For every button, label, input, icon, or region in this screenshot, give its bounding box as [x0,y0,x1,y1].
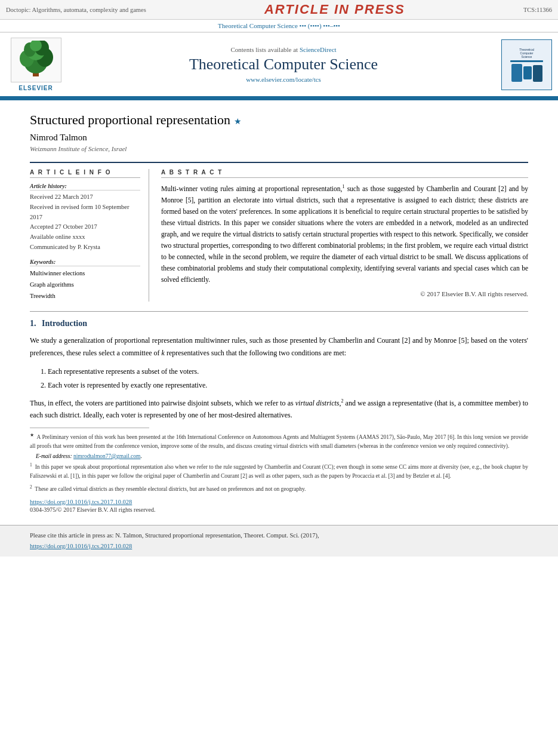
keywords-label: Keywords: [30,259,140,266]
contents-line: Contents lists available at ScienceDirec… [72,46,495,53]
elsevier-label: ELSEVIER [19,85,53,91]
footnote-1: 1 In this paper we speak about proportio… [30,462,528,481]
keyword-1: Multiwinner elections [30,268,140,279]
condition-2: Each voter is represented by exactly one… [48,379,528,392]
accepted-date: Accepted 27 October 2017 [30,222,140,232]
footnote-star: ★ A Preliminary version of this work has… [30,432,528,451]
journal-url[interactable]: www.elsevier.com/locate/tcs [72,76,495,83]
doi-anchor[interactable]: https://doi.org/10.1016/j.tcs.2017.10.02… [30,499,132,505]
doctopic-label: Doctopic: Algorithms, automata, complexi… [6,7,146,13]
footnote-2: 2 These are called virtual districts as … [30,484,528,494]
doi-link[interactable]: https://doi.org/10.1016/j.tcs.2017.10.02… [30,499,528,505]
abstract-body: Multi-winner voting rules aiming at prop… [161,183,528,285]
article-title-text: Structured proportional representation [30,112,230,128]
received-revised: Received in revised form 10 September 20… [30,202,140,223]
received-date: Received 22 March 2017 [30,192,140,202]
condition-1: Each representative represents a subset … [48,365,528,379]
journal-link-bar: Theoretical Computer Science ••• (••••) … [0,20,558,32]
elsevier-logo-area: ELSEVIER [6,38,66,91]
conditions-list: Each representative represents a subset … [48,365,528,392]
journal-volume-ref: Theoretical Computer Science ••• (••••) … [218,22,340,29]
communicated-by: Communicated by P. Krysta [30,242,140,253]
citation-doi-link[interactable]: https://doi.org/10.1016/j.tcs.2017.10.02… [30,543,132,549]
main-content: Structured proportional representation ★… [0,100,558,519]
footnote-email: E-mail address: nimrodtalmon77@gmail.com… [36,453,528,459]
title-star: ★ [234,116,242,127]
article-title: Structured proportional representation ★ [30,112,528,128]
keyword-2: Graph algorithms [30,279,140,291]
tcs-id: TCS:11366 [523,7,552,13]
bottom-citation-bar: Please cite this article in press as: N.… [0,525,558,557]
section-number: 1. [30,319,36,328]
author-affiliation: Weizmann Institute of Science, Israel [30,145,528,152]
tcs-thumb-title: TheoreticalComputerScience [518,48,535,59]
top-bar: Doctopic: Algorithms, automata, complexi… [0,0,558,20]
article-info-column: A R T I C L E I N F O Article history: R… [30,169,149,302]
keywords-list: Multiwinner elections Graph algorithms T… [30,268,140,302]
issn-line: 0304-3975/© 2017 Elsevier B.V. All right… [30,506,528,513]
section-divider [30,311,528,312]
journal-header: ELSEVIER Contents lists available at Sci… [0,32,558,98]
journal-title: Theoretical Computer Science [72,56,495,73]
email-link[interactable]: nimrodtalmon77@gmail.com [73,453,140,459]
citation-line2[interactable]: https://doi.org/10.1016/j.tcs.2017.10.02… [30,541,528,552]
copyright-notice: © 2017 Elsevier B.V. All rights reserved… [161,290,528,297]
footnote-divider [30,428,149,428]
intro-heading: 1. Introduction [30,319,528,328]
intro-title: Introduction [42,319,87,328]
contents-label: Contents lists available at [230,46,298,53]
thumb-content: TheoreticalComputerScience [502,40,551,90]
abstract-label: A B S T R A C T [161,169,528,178]
article-info-label: A R T I C L E I N F O [30,169,140,178]
elsevier-tree-image [11,38,61,82]
citation-line1: Please cite this article in press as: N.… [30,530,528,541]
journal-thumbnail: TheoreticalComputerScience [501,39,552,90]
article-history-label: Article history: [30,183,140,190]
intro-para2: Thus, in effect, the voters are partitio… [30,397,528,422]
author-name: Nimrod Talmon [30,133,528,143]
available-online: Available online xxxx [30,232,140,242]
article-info-abstract-section: A R T I C L E I N F O Article history: R… [30,162,528,302]
keyword-3: Treewidth [30,291,140,302]
article-in-press-banner: ARTICLE IN PRESS [264,2,405,17]
abstract-column: A B S T R A C T Multi-winner voting rule… [161,169,528,302]
sciencedirect-link[interactable]: ScienceDirect [300,46,337,53]
journal-header-center: Contents lists available at ScienceDirec… [72,46,495,83]
intro-para1: We study a generalization of proportiona… [30,334,528,359]
